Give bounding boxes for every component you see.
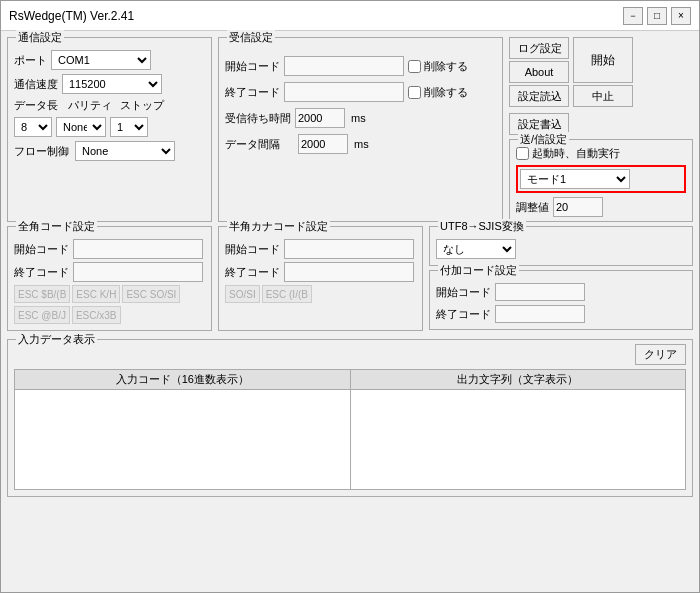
esc1-button[interactable]: ESC $B/(B bbox=[14, 285, 70, 303]
utf-label: UTF8→SJIS変換 bbox=[438, 219, 526, 234]
stop-label: ストップ bbox=[120, 98, 164, 113]
parity-select[interactable]: None bbox=[56, 117, 106, 137]
adjust-label: 調整値 bbox=[516, 200, 549, 215]
parity-label: パリティ bbox=[68, 98, 112, 113]
input-display-label: 入力データ表示 bbox=[16, 332, 97, 347]
data-label: データ長 bbox=[14, 98, 58, 113]
input-area-right bbox=[351, 390, 687, 490]
esc5-button[interactable]: ESC/x3B bbox=[72, 306, 121, 324]
zenkaku-start-label: 開始コード bbox=[14, 242, 69, 257]
zenkaku-end-label: 終了コード bbox=[14, 265, 69, 280]
hankaku-esc1-button[interactable]: SO/SI bbox=[225, 285, 260, 303]
clear-row: クリア bbox=[14, 344, 686, 365]
input-display-group: 入力データ表示 クリア 入力コード（16進数表示） 出力文字列（文字表示） bbox=[7, 339, 693, 497]
comm-settings-label: 通信設定 bbox=[16, 30, 64, 45]
zenkaku-start-input[interactable] bbox=[73, 239, 203, 259]
col-header-row: 入力コード（16進数表示） 出力文字列（文字表示） bbox=[14, 369, 686, 390]
end-code-label: 終了コード bbox=[225, 85, 280, 100]
esc4-button[interactable]: ESC @B/J bbox=[14, 306, 70, 324]
hankaku-esc2-button[interactable]: ESC (I/(B bbox=[262, 285, 312, 303]
flow-select[interactable]: None bbox=[75, 141, 175, 161]
zenkaku-end-input[interactable] bbox=[73, 262, 203, 282]
flow-label: フロー制御 bbox=[14, 144, 69, 159]
start-code-input[interactable] bbox=[284, 56, 404, 76]
send-settings-group: 送/信設定 起動時、自動実行 モード1 モード2 モード3 bbox=[509, 139, 693, 222]
stop-button[interactable]: 中止 bbox=[573, 85, 633, 107]
send-settings-label: 送/信設定 bbox=[518, 132, 569, 147]
zenkaku-esc-buttons: ESC $B/(B ESC K/H ESC SO/SI bbox=[14, 285, 205, 303]
start-code-label: 開始コード bbox=[225, 59, 280, 74]
stop-select[interactable]: 1 bbox=[110, 117, 148, 137]
auto-exec-label: 起動時、自動実行 bbox=[532, 146, 620, 161]
fuka-start-input[interactable] bbox=[495, 283, 585, 301]
maximize-button[interactable]: □ bbox=[647, 7, 667, 25]
input-areas bbox=[14, 390, 686, 490]
second-row: 全角コード設定 開始コード 終了コード ESC $B/(B ESC K/H ES… bbox=[7, 226, 693, 331]
port-label: ポート bbox=[14, 53, 47, 68]
mode-select[interactable]: モード1 モード2 モード3 bbox=[520, 169, 630, 189]
fuka-group: 付加コード設定 開始コード 終了コード bbox=[429, 270, 693, 330]
col2-header: 出力文字列（文字表示） bbox=[351, 369, 687, 390]
fuka-label: 付加コード設定 bbox=[438, 263, 519, 278]
interval-ms: ms bbox=[354, 138, 369, 150]
wait-ms: ms bbox=[351, 112, 366, 124]
right-top-row: ログ設定 About 設定読込 開始 中止 bbox=[509, 37, 693, 107]
esc2-button[interactable]: ESC K/H bbox=[72, 285, 120, 303]
right-boxes: UTF8→SJIS変換 なし UTF8→SJIS 付加コード設定 開始コード bbox=[429, 226, 693, 331]
port-select[interactable]: COM1 bbox=[51, 50, 151, 70]
delete2-checkbox[interactable] bbox=[408, 86, 421, 99]
hankaku-esc-buttons: SO/SI ESC (I/(B bbox=[225, 285, 416, 303]
comm-settings-group: 通信設定 ポート COM1 通信速度 115200 データ長 パリティ ス bbox=[7, 37, 212, 222]
fuka-start-label: 開始コード bbox=[436, 285, 491, 300]
data-select[interactable]: 8 bbox=[14, 117, 52, 137]
zenkaku-label: 全角コード設定 bbox=[16, 219, 97, 234]
adjust-input[interactable] bbox=[553, 197, 603, 217]
esc3-button[interactable]: ESC SO/SI bbox=[122, 285, 180, 303]
col1-header: 入力コード（16進数表示） bbox=[14, 369, 351, 390]
hankaku-end-input[interactable] bbox=[284, 262, 414, 282]
recv-settings-label: 受信設定 bbox=[227, 30, 275, 45]
main-window: RsWedge(TM) Ver.2.41 － □ × 通信設定 ポート COM1… bbox=[0, 0, 700, 593]
baud-label: 通信速度 bbox=[14, 77, 58, 92]
hankaku-start-label: 開始コード bbox=[225, 242, 280, 257]
log-button[interactable]: ログ設定 bbox=[509, 37, 569, 59]
wait-label: 受信待ち時間 bbox=[225, 111, 291, 126]
mode-dropdown-container: モード1 モード2 モード3 bbox=[516, 165, 686, 193]
clear-button[interactable]: クリア bbox=[635, 344, 686, 365]
hankaku-start-input[interactable] bbox=[284, 239, 414, 259]
baud-select[interactable]: 115200 bbox=[62, 74, 162, 94]
hankaku-group: 半角カナコード設定 開始コード 終了コード SO/SI ESC (I/(B bbox=[218, 226, 423, 331]
fuka-end-label: 終了コード bbox=[436, 307, 491, 322]
wait-input[interactable] bbox=[295, 108, 345, 128]
title-buttons: － □ × bbox=[623, 7, 691, 25]
recv-settings-group: 受信設定 開始コード 削除する 終了コード bbox=[218, 37, 503, 222]
fuka-end-input[interactable] bbox=[495, 305, 585, 323]
hankaku-label: 半角カナコード設定 bbox=[227, 219, 330, 234]
interval-label: データ間隔 bbox=[225, 137, 280, 152]
about-button[interactable]: About bbox=[509, 61, 569, 83]
utf-group: UTF8→SJIS変換 なし UTF8→SJIS bbox=[429, 226, 693, 266]
zenkaku-esc-buttons2: ESC @B/J ESC/x3B bbox=[14, 306, 205, 324]
interval-input[interactable] bbox=[298, 134, 348, 154]
title-bar: RsWedge(TM) Ver.2.41 － □ × bbox=[1, 1, 699, 31]
minimize-button[interactable]: － bbox=[623, 7, 643, 25]
utf-select[interactable]: なし UTF8→SJIS bbox=[436, 239, 516, 259]
input-area-left bbox=[14, 390, 351, 490]
hankaku-end-label: 終了コード bbox=[225, 265, 280, 280]
right-panel: ログ設定 About 設定読込 開始 中止 設定書込 送/信設定 bbox=[509, 37, 693, 222]
end-code-input[interactable] bbox=[284, 82, 404, 102]
start-button[interactable]: 開始 bbox=[573, 37, 633, 83]
delete2-checkbox-label[interactable]: 削除する bbox=[408, 85, 468, 100]
window-title: RsWedge(TM) Ver.2.41 bbox=[9, 9, 134, 23]
zenkaku-group: 全角コード設定 開始コード 終了コード ESC $B/(B ESC K/H ES… bbox=[7, 226, 212, 331]
top-row: 通信設定 ポート COM1 通信速度 115200 データ長 パリティ ス bbox=[7, 37, 693, 222]
main-content: 通信設定 ポート COM1 通信速度 115200 データ長 パリティ ス bbox=[1, 31, 699, 592]
delete1-checkbox-label[interactable]: 削除する bbox=[408, 59, 468, 74]
delete1-checkbox[interactable] bbox=[408, 60, 421, 73]
log-area: ログ設定 About 設定読込 bbox=[509, 37, 569, 107]
read-button[interactable]: 設定読込 bbox=[509, 85, 569, 107]
close-button[interactable]: × bbox=[671, 7, 691, 25]
auto-exec-checkbox[interactable] bbox=[516, 147, 529, 160]
